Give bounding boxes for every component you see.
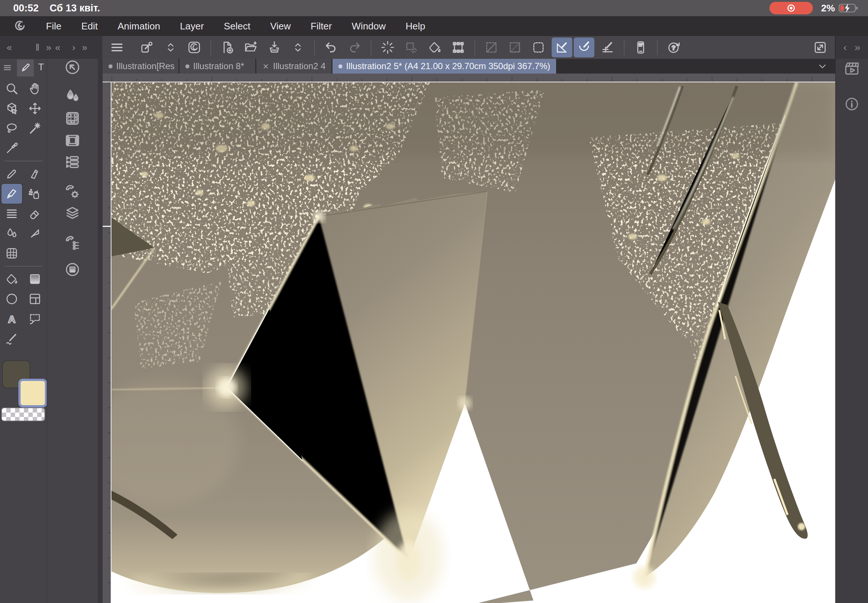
tab-label: Illustration2 4 bbox=[273, 61, 325, 71]
clear-button[interactable] bbox=[378, 37, 398, 57]
support-button[interactable] bbox=[664, 37, 684, 57]
stream-line-tool[interactable] bbox=[2, 204, 22, 224]
animation-film-panel-button[interactable] bbox=[64, 132, 80, 148]
lasso-select-tool[interactable] bbox=[2, 118, 22, 138]
tool-palette: T bbox=[0, 59, 47, 603]
blend-tool[interactable] bbox=[2, 224, 22, 243]
timelapse-clapperboard-icon[interactable] bbox=[843, 60, 860, 77]
expand-right-icon[interactable]: » bbox=[46, 42, 51, 53]
fill-tool[interactable] bbox=[2, 269, 22, 289]
color-set-panel-button[interactable] bbox=[64, 110, 80, 127]
canvas[interactable] bbox=[111, 82, 835, 603]
collapse-left-icon[interactable]: « bbox=[55, 42, 60, 53]
menu-edit[interactable]: Edit bbox=[71, 20, 108, 32]
artwork[interactable] bbox=[111, 82, 835, 603]
deselect-button[interactable] bbox=[481, 37, 502, 57]
undo-button[interactable] bbox=[321, 37, 341, 57]
menu-bar: File Edit Animation Layer Select View Fi… bbox=[0, 16, 868, 36]
document-tab[interactable]: Illustration[Res bbox=[103, 59, 178, 74]
text-tool[interactable] bbox=[2, 309, 22, 329]
new-canvas-button[interactable] bbox=[217, 37, 238, 57]
menu-select[interactable]: Select bbox=[214, 20, 260, 32]
divider-handle-icon[interactable]: ‖ bbox=[35, 42, 39, 53]
snap-to-ruler-button[interactable] bbox=[552, 37, 572, 57]
tool-divider bbox=[5, 266, 43, 267]
pencil-tool[interactable] bbox=[2, 164, 22, 184]
horizontal-ruler[interactable] bbox=[103, 74, 835, 82]
object-tool[interactable] bbox=[2, 99, 22, 118]
airbrush-tool[interactable] bbox=[25, 184, 45, 204]
object-launcher-button[interactable] bbox=[137, 37, 158, 57]
document-tab-active[interactable]: Illustration2 5* (A4 21.00 x 29.70cm 350… bbox=[333, 59, 556, 74]
menu-layer[interactable]: Layer bbox=[170, 20, 214, 32]
marker-tool[interactable] bbox=[2, 184, 22, 204]
redo-button[interactable] bbox=[344, 37, 365, 57]
panel-shortcut-bar bbox=[47, 59, 98, 603]
open-clip-studio-button[interactable] bbox=[184, 37, 204, 57]
chevron-right-icon[interactable]: › bbox=[72, 42, 76, 53]
menu-window[interactable]: Window bbox=[342, 20, 395, 32]
collapse-left-icon[interactable]: « bbox=[7, 42, 12, 53]
pen-tool[interactable] bbox=[25, 164, 45, 184]
clear-outside-selection-button[interactable] bbox=[401, 37, 421, 57]
hand-tool[interactable] bbox=[25, 79, 45, 99]
selection-border-button[interactable] bbox=[528, 37, 549, 57]
tool-grid bbox=[0, 76, 47, 349]
corner-flag-tool[interactable] bbox=[25, 224, 45, 243]
transparent-color-swatch[interactable] bbox=[1, 407, 45, 421]
document-tab[interactable]: Illustration2 4 bbox=[256, 59, 331, 74]
menu-file[interactable]: File bbox=[36, 20, 71, 32]
navigator-panel-button[interactable] bbox=[64, 261, 80, 278]
panel-divider-strip[interactable] bbox=[98, 59, 103, 603]
layer-property-panel-button[interactable] bbox=[64, 154, 80, 170]
chevrons-right-icon[interactable]: » bbox=[854, 42, 860, 53]
gradient-tool[interactable] bbox=[25, 269, 45, 289]
invert-selection-button[interactable] bbox=[504, 37, 525, 57]
subtool-group-panel-button[interactable] bbox=[64, 234, 81, 251]
correction-line-tool[interactable] bbox=[2, 329, 22, 349]
zoom-tool[interactable] bbox=[2, 79, 22, 99]
toggle-file-buttons-button[interactable] bbox=[288, 37, 308, 57]
menu-filter[interactable]: Filter bbox=[301, 20, 342, 32]
open-file-button[interactable] bbox=[241, 37, 261, 57]
palette-menu-icon[interactable] bbox=[3, 63, 12, 72]
balloon-tool[interactable] bbox=[25, 309, 45, 329]
quick-access-panel-button[interactable] bbox=[64, 59, 81, 76]
close-icon[interactable] bbox=[262, 62, 269, 70]
information-icon[interactable] bbox=[844, 96, 860, 112]
palette-tab-text[interactable]: T bbox=[38, 62, 44, 73]
screen-recording-indicator[interactable] bbox=[769, 2, 813, 14]
menu-help[interactable]: Help bbox=[396, 20, 435, 32]
move-layer-tool[interactable] bbox=[25, 99, 45, 118]
chevron-down-icon[interactable] bbox=[817, 61, 828, 72]
frame-panel-tool[interactable] bbox=[25, 289, 45, 309]
scale-rotate-button[interactable] bbox=[448, 37, 469, 57]
auto-select-tool[interactable] bbox=[25, 118, 45, 138]
eraser-tool[interactable] bbox=[25, 204, 45, 224]
companion-mode-button[interactable] bbox=[630, 37, 651, 57]
layers-panel-button[interactable] bbox=[64, 205, 80, 221]
brush-droplets-panel-button[interactable] bbox=[64, 88, 81, 105]
chevron-left-icon[interactable]: ‹ bbox=[843, 42, 847, 53]
empty-slot bbox=[25, 329, 45, 349]
subtool-detail-panel-button[interactable] bbox=[64, 184, 81, 200]
save-button[interactable] bbox=[264, 37, 285, 57]
menu-animation[interactable]: Animation bbox=[108, 20, 170, 32]
frame-border-tool[interactable] bbox=[2, 243, 22, 263]
clip-studio-logo-icon[interactable] bbox=[14, 20, 26, 32]
fill-button[interactable] bbox=[424, 37, 445, 57]
toggle-command-bar-button[interactable] bbox=[160, 37, 181, 57]
snap-to-special-ruler-button[interactable] bbox=[574, 37, 594, 57]
eyedropper-tool[interactable] bbox=[2, 138, 22, 158]
vertical-ruler[interactable] bbox=[103, 82, 111, 603]
main-menu-button[interactable] bbox=[107, 37, 127, 57]
sub-color-swatch[interactable] bbox=[19, 379, 47, 407]
figure-ellipse-tool[interactable] bbox=[2, 289, 22, 309]
expand-right-icon[interactable]: » bbox=[82, 42, 87, 53]
status-bar: 00:52 Сб 13 квіт. 2% bbox=[0, 0, 868, 16]
snap-to-grid-button[interactable] bbox=[597, 37, 618, 57]
palette-tab-draw[interactable] bbox=[17, 60, 34, 76]
menu-view[interactable]: View bbox=[260, 20, 301, 32]
document-tab[interactable]: Illustration 8* bbox=[179, 59, 255, 74]
fullscreen-button[interactable] bbox=[810, 37, 831, 57]
